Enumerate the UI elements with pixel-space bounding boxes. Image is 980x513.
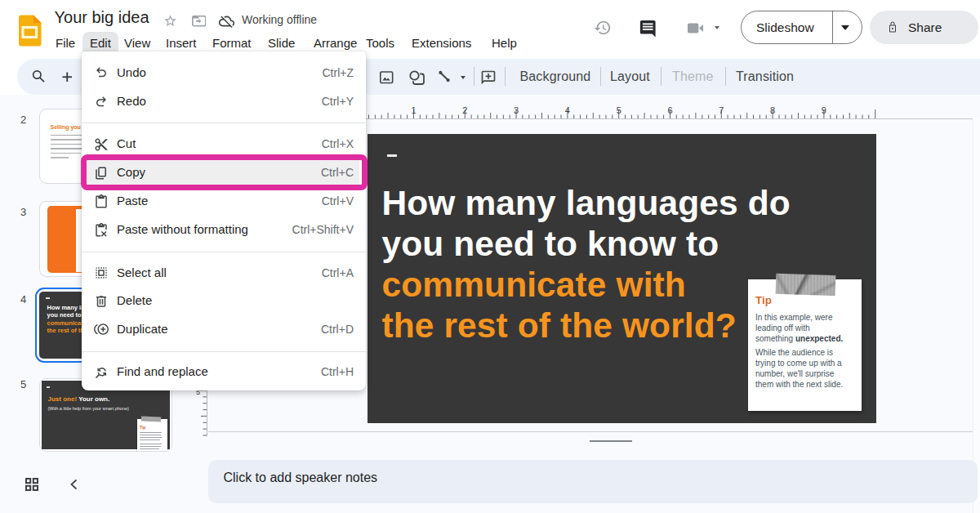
svg-text:9: 9 <box>822 105 826 115</box>
svg-text:5: 5 <box>617 105 621 115</box>
svg-text:4: 4 <box>565 105 570 115</box>
svg-text:3: 3 <box>514 105 519 115</box>
svg-text:7: 7 <box>719 105 724 115</box>
svg-text:1: 1 <box>411 105 416 115</box>
svg-text:2: 2 <box>462 105 467 115</box>
svg-text:8: 8 <box>770 105 775 115</box>
svg-text:6: 6 <box>667 105 672 115</box>
